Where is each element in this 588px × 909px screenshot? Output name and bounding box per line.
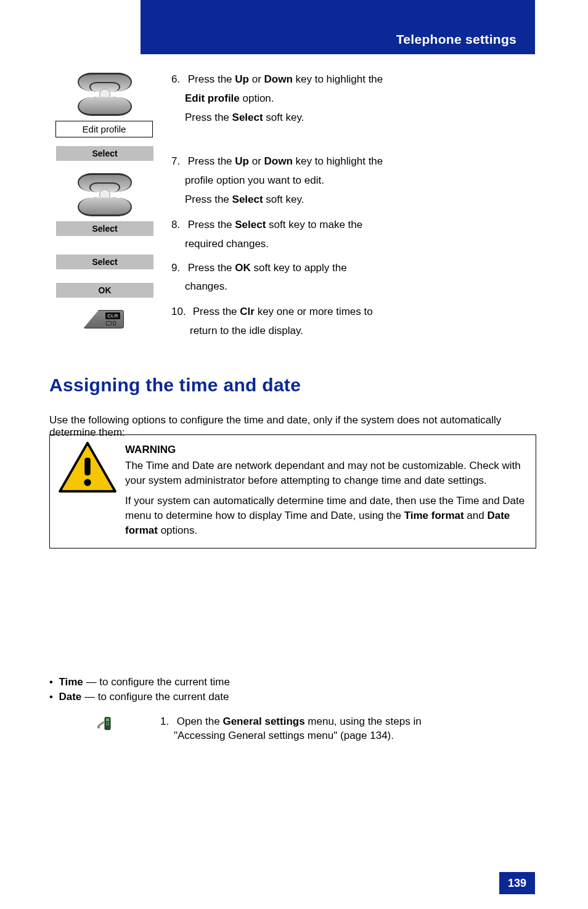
select-softkey-2[interactable]: Select bbox=[56, 221, 153, 236]
svg-point-2 bbox=[84, 479, 91, 486]
step-6: 6. Press the Up or Down key to highlight… bbox=[171, 73, 523, 125]
text: — to configure the current time bbox=[83, 676, 230, 688]
step-number: 1. bbox=[160, 714, 174, 729]
step-number: 7. bbox=[171, 155, 185, 169]
header-band: Telephone settings bbox=[141, 0, 535, 54]
ok-softkey[interactable]: OK bbox=[56, 283, 153, 298]
clr-key-label: CLR bbox=[105, 312, 120, 319]
text: Time format bbox=[401, 510, 467, 521]
text: Time bbox=[59, 676, 83, 688]
step-8: 8. Press the Select soft key to make the… bbox=[171, 218, 523, 251]
section-heading: Assigning the time and date bbox=[49, 375, 301, 396]
page-header-title: Telephone settings bbox=[396, 32, 517, 47]
text: key to highlight the bbox=[293, 155, 383, 167]
text: Clr bbox=[240, 306, 255, 317]
text: or bbox=[249, 155, 264, 167]
text: key to highlight the bbox=[293, 73, 383, 85]
text: menu, using the steps in bbox=[305, 715, 422, 727]
text: . bbox=[391, 730, 394, 741]
settings-icon bbox=[49, 714, 160, 733]
text: OK bbox=[235, 262, 251, 274]
svg-point-10 bbox=[97, 725, 100, 728]
text: soft key to make the bbox=[266, 219, 362, 230]
text: Press the bbox=[185, 194, 232, 205]
text: The Time and Date are network dependant … bbox=[125, 459, 527, 488]
text: Up bbox=[235, 73, 249, 85]
text: Select bbox=[232, 194, 263, 205]
text: Press the bbox=[188, 155, 235, 167]
text: soft key. bbox=[263, 112, 304, 123]
text: profile option you want to edit. bbox=[171, 174, 523, 188]
text: Press the bbox=[188, 73, 235, 85]
warning-icon-cell bbox=[50, 435, 125, 548]
warning-icon bbox=[58, 441, 117, 494]
text: Open the bbox=[177, 715, 223, 727]
step-number: 9. bbox=[171, 261, 185, 275]
text: General settings bbox=[223, 715, 304, 727]
text: Press the bbox=[193, 306, 240, 317]
text: Press the bbox=[188, 219, 235, 230]
nav-key-icon bbox=[78, 173, 132, 216]
svg-point-6 bbox=[108, 722, 109, 724]
text: Date bbox=[59, 691, 81, 703]
procedure-area: • Time — to configure the current time •… bbox=[49, 675, 536, 743]
select-softkey-3[interactable]: Select bbox=[56, 255, 153, 269]
text: soft key. bbox=[263, 194, 304, 205]
page-number: 139 bbox=[499, 872, 535, 894]
text: Up bbox=[235, 155, 249, 167]
text: Select bbox=[235, 219, 266, 230]
step-7: 7. Press the Up or Down key to highlight… bbox=[171, 155, 523, 207]
text: Down bbox=[264, 73, 293, 85]
clr-key-icon: CLR bbox=[83, 310, 126, 330]
edit-profile-option: Edit profile bbox=[55, 121, 153, 137]
text: key one or more times to bbox=[255, 306, 373, 317]
text: Press the bbox=[188, 262, 235, 274]
text: — to configure the current date bbox=[81, 691, 229, 703]
svg-point-7 bbox=[106, 724, 107, 725]
text: options. bbox=[161, 524, 198, 536]
text: required changes. bbox=[171, 237, 523, 251]
warning-title: WARNING bbox=[125, 442, 527, 457]
cross-reference-link[interactable]: "Accessing General settings menu" (page … bbox=[174, 730, 391, 741]
svg-point-8 bbox=[108, 724, 109, 725]
step-9: 9. Press the OK soft key to apply the ch… bbox=[171, 261, 523, 295]
svg-rect-4 bbox=[106, 719, 109, 721]
text: changes. bbox=[171, 280, 523, 294]
svg-rect-1 bbox=[84, 458, 91, 476]
text: soft key to apply the bbox=[251, 262, 347, 274]
text: Select bbox=[232, 112, 263, 123]
step-number: 8. bbox=[171, 218, 185, 232]
text: option. bbox=[240, 92, 274, 104]
warning-box: WARNING The Time and Date are network de… bbox=[49, 434, 536, 548]
procedure-step-1: 1. Open the General settings menu, using… bbox=[49, 714, 536, 744]
text: and bbox=[467, 510, 484, 521]
text: return to the idle display. bbox=[171, 324, 523, 338]
text: Edit profile bbox=[185, 92, 240, 104]
text: or bbox=[249, 73, 264, 85]
right-instruction-column: 6. Press the Up or Down key to highlight… bbox=[171, 73, 523, 349]
svg-point-5 bbox=[106, 722, 107, 724]
step-number: 6. bbox=[171, 73, 185, 87]
left-instruction-column: Edit profile Select Select Select OK CLR bbox=[55, 73, 154, 330]
text: Down bbox=[264, 155, 293, 167]
nav-key-icon bbox=[78, 73, 132, 116]
warning-text: WARNING The Time and Date are network de… bbox=[125, 435, 536, 548]
select-softkey-1[interactable]: Select bbox=[56, 146, 153, 161]
step-number: 10. bbox=[171, 305, 190, 319]
step-10: 10. Press the Clr key one or more times … bbox=[171, 305, 523, 338]
text: Press the bbox=[185, 112, 232, 123]
